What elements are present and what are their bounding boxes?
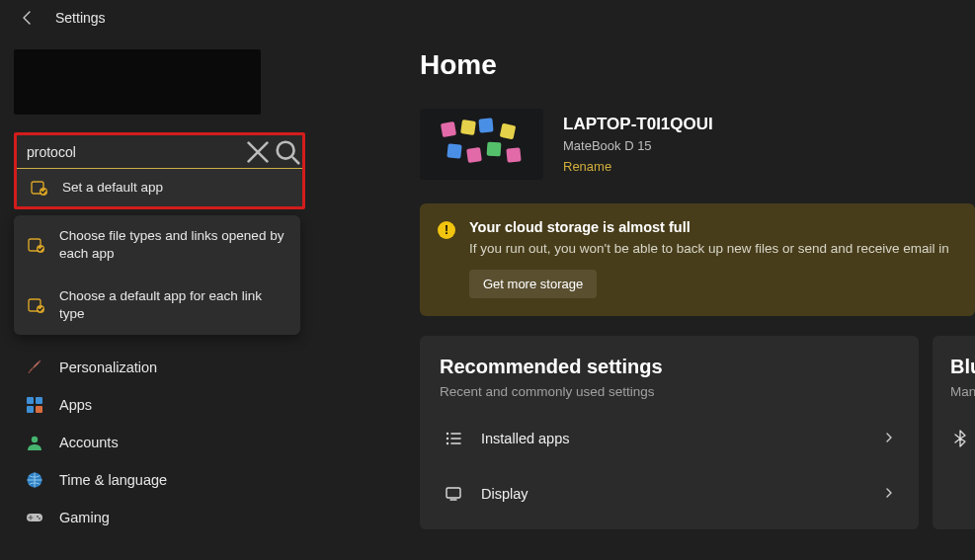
page-title: Home xyxy=(420,49,975,81)
sidebar-item-label: Apps xyxy=(59,397,92,413)
recommended-settings-card: Recommended settings Recent and commonly… xyxy=(420,336,919,529)
card-subtitle: Man xyxy=(950,384,975,399)
svg-rect-9 xyxy=(27,406,34,413)
bluetooth-card: Blu Man xyxy=(933,336,975,529)
svg-point-11 xyxy=(32,437,38,442)
get-storage-button[interactable]: Get more storage xyxy=(469,270,597,298)
search-result-label: Choose a default app for each link type xyxy=(59,287,286,323)
device-model: MateBook D 15 xyxy=(563,138,713,153)
rec-item-display[interactable]: Display xyxy=(440,466,899,521)
rec-item-label: Display xyxy=(481,486,865,502)
search-input[interactable] xyxy=(17,144,243,160)
back-icon[interactable] xyxy=(20,10,36,26)
device-name: LAPTOP-T0I1QOUI xyxy=(563,115,713,134)
apps-icon xyxy=(26,396,43,414)
svg-point-0 xyxy=(278,141,294,158)
svg-rect-8 xyxy=(36,397,42,404)
sidebar-item-label: Accounts xyxy=(59,435,119,450)
search-result-file-types[interactable]: Choose file types and links opened by ea… xyxy=(14,215,300,275)
chevron-right-icon xyxy=(883,486,895,502)
display-icon xyxy=(444,484,463,504)
sidebar-item-apps[interactable]: Apps xyxy=(14,386,300,424)
search-result-link-type[interactable]: Choose a default app for each link type xyxy=(14,276,300,335)
sidebar-item-accounts[interactable]: Accounts xyxy=(14,424,300,461)
bluetooth-icon xyxy=(950,429,970,448)
chevron-right-icon xyxy=(883,431,895,446)
svg-rect-7 xyxy=(27,397,34,404)
default-app-icon xyxy=(28,296,45,314)
brush-icon xyxy=(26,359,43,376)
alert-title: Your cloud storage is almost full xyxy=(469,219,949,235)
settings-title: Settings xyxy=(55,10,106,26)
card-title: Blu xyxy=(950,356,975,378)
profile-placeholder xyxy=(14,49,261,115)
sidebar-item-label: Gaming xyxy=(59,510,110,525)
svg-rect-10 xyxy=(36,406,42,413)
sidebar-item-label: Time & language xyxy=(59,472,167,488)
search-result-set-default-app[interactable]: Set a default app xyxy=(17,169,302,206)
search-highlight: Set a default app xyxy=(14,132,305,209)
search-results-panel: Choose file types and links opened by ea… xyxy=(14,215,300,335)
default-app-icon xyxy=(28,236,45,254)
device-thumbnail xyxy=(420,109,543,180)
search-icon[interactable] xyxy=(273,137,302,167)
gamepad-icon xyxy=(26,509,43,526)
sidebar: Personalization Apps Accounts Time & lan… xyxy=(14,349,300,536)
rename-link[interactable]: Rename xyxy=(563,159,611,174)
rec-item-label: Installed apps xyxy=(481,431,865,446)
warning-icon: ! xyxy=(438,221,455,239)
card-title: Recommended settings xyxy=(440,356,899,378)
card-subtitle: Recent and commonly used settings xyxy=(440,384,899,399)
default-app-icon xyxy=(31,179,48,197)
cloud-storage-alert: ! Your cloud storage is almost full If y… xyxy=(420,203,975,316)
svg-rect-19 xyxy=(447,488,460,498)
list-icon xyxy=(444,429,463,448)
search-result-label: Choose file types and links opened by ea… xyxy=(59,227,286,263)
svg-point-14 xyxy=(37,516,39,518)
person-icon xyxy=(26,434,43,451)
sidebar-item-personalization[interactable]: Personalization xyxy=(14,349,300,386)
sidebar-item-time-language[interactable]: Time & language xyxy=(14,461,300,499)
svg-point-18 xyxy=(447,442,448,444)
sidebar-item-gaming[interactable]: Gaming xyxy=(14,499,300,536)
svg-point-16 xyxy=(447,433,448,435)
side-item[interactable] xyxy=(950,411,975,466)
search-result-label: Set a default app xyxy=(62,179,163,197)
globe-icon xyxy=(26,471,43,489)
sidebar-item-label: Personalization xyxy=(59,360,157,375)
svg-point-17 xyxy=(447,438,448,440)
rec-item-installed-apps[interactable]: Installed apps xyxy=(440,411,899,466)
svg-point-15 xyxy=(39,518,41,520)
clear-icon[interactable] xyxy=(243,137,273,167)
alert-text: If you run out, you won't be able to bac… xyxy=(469,241,949,256)
